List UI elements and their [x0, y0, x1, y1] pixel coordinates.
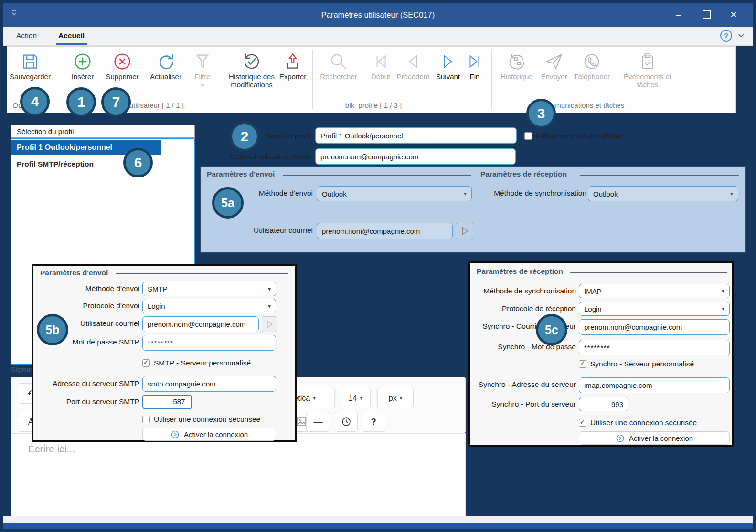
- search-button[interactable]: Rechercher: [317, 51, 361, 81]
- imap-port-input[interactable]: 993: [579, 397, 628, 411]
- callout-badge-5c: 5c: [536, 314, 567, 345]
- recent-button[interactable]: [335, 412, 358, 432]
- editor-placeholder: Écrire ici...: [28, 443, 75, 455]
- insert-label: Insérer: [65, 73, 100, 81]
- imap-custom-server-checkbox[interactable]: [579, 360, 586, 368]
- font-unit-dropdown[interactable]: px: [377, 388, 414, 408]
- imap-user-input[interactable]: prenom.nom@compagnie.com: [579, 319, 730, 335]
- communication-history-icon: [495, 51, 538, 73]
- modification-history-button[interactable]: Historique des modifications: [219, 51, 284, 89]
- last-record-label: Fin: [465, 73, 485, 81]
- send-settings-legend: Paramètres d'envoi: [207, 170, 275, 178]
- profile-name-label: Nom du profil: [215, 132, 310, 140]
- imap-port-label: Synchro - Port du serveur: [473, 400, 576, 408]
- smtp-protocol-value: Login: [148, 302, 165, 310]
- imap-server-value: imap.compagnie.com: [584, 381, 652, 389]
- email-user-input[interactable]: prenom.nom@compagnie.com: [317, 223, 453, 239]
- horizontal-rule-button[interactable]: —: [306, 412, 330, 432]
- previous-record-button[interactable]: Précédent: [394, 51, 432, 81]
- legend-rule: [116, 273, 288, 274]
- help-icon[interactable]: ?: [720, 30, 732, 42]
- smtp-password-input[interactable]: ********: [142, 335, 276, 351]
- profile-list-item[interactable]: Profil SMTP/réception: [17, 160, 94, 168]
- previous-record-label: Précédent: [394, 73, 432, 81]
- insert-icon: [65, 51, 100, 73]
- phone-button[interactable]: Téléphoner: [571, 51, 613, 81]
- imap-port-value: 993: [611, 400, 623, 408]
- first-record-button[interactable]: Début: [368, 51, 393, 81]
- imap-custom-server-label: Synchro - Serveur personnalisé: [590, 360, 694, 368]
- next-record-button[interactable]: Suivant: [433, 51, 463, 81]
- imap-method-dropdown[interactable]: IMAP: [579, 284, 730, 298]
- smtp-method-dropdown[interactable]: SMTP: [142, 282, 276, 296]
- smtp-protocol-dropdown[interactable]: Login: [142, 299, 276, 313]
- group-caption-blk-utilisateur: blk_utilisateur [ 1 / 1 ]: [78, 101, 222, 109]
- imap-activate-label: Activer la connexion: [629, 434, 693, 442]
- send-method-dropdown[interactable]: Outlook: [317, 186, 472, 201]
- paper-plane-icon: [538, 51, 570, 73]
- signature-editor[interactable]: Écrire ici...: [11, 433, 466, 516]
- default-profile-checkbox[interactable]: [524, 132, 532, 140]
- save-icon: [5, 51, 55, 73]
- smtp-server-input[interactable]: smtp.compagnie.com: [142, 376, 276, 392]
- imap-activate-connection-button[interactable]: Activer la connexion: [579, 431, 730, 445]
- smtp-port-input[interactable]: 587: [142, 395, 192, 409]
- help-editor-button[interactable]: ?: [362, 412, 385, 432]
- play-icon: [459, 226, 470, 236]
- imap-settings-popup: Paramètres de réception Méthode de synch…: [468, 261, 734, 447]
- primary-email-input[interactable]: prenom.nom@compagnie.com: [315, 148, 516, 165]
- sync-method-dropdown[interactable]: Outlook: [588, 186, 738, 201]
- profile-name-input[interactable]: Profil 1 Outlook/personnel: [315, 127, 517, 144]
- save-button[interactable]: Sauvegarder: [5, 51, 55, 81]
- filter-button[interactable]: Filtre: [190, 51, 215, 89]
- callout-badge-5a: 5a: [212, 187, 244, 219]
- phone-icon: [571, 51, 613, 73]
- imap-secure-checkbox[interactable]: [579, 419, 586, 427]
- refresh-label: Actualiser: [145, 73, 187, 81]
- smtp-activate-connection-button[interactable]: Activer la connexion: [142, 428, 276, 441]
- events-tasks-label: Évènements et tâches: [621, 73, 674, 89]
- refresh-button[interactable]: Actualiser: [145, 51, 187, 81]
- smtp-custom-server-label: SMTP - Serveur personnalisé: [154, 359, 251, 367]
- delete-button[interactable]: Supprimer: [101, 51, 144, 81]
- smtp-secure-checkbox[interactable]: [142, 416, 150, 423]
- clipboard-check-icon: [621, 51, 674, 73]
- export-label: Exporter: [276, 73, 310, 81]
- smtp-port-label: Port du serveur SMTP: [39, 397, 139, 406]
- filter-icon: [190, 51, 215, 73]
- smtp-custom-server-checkbox[interactable]: [142, 359, 150, 367]
- export-button[interactable]: Exporter: [276, 51, 310, 81]
- events-tasks-button[interactable]: Évènements et tâches: [621, 51, 674, 89]
- receive-settings-legend: Paramètres de réception: [480, 170, 567, 178]
- modification-history-label: Historique des modifications: [219, 73, 284, 89]
- tab-accueil[interactable]: Accueil: [55, 27, 87, 45]
- insert-button[interactable]: Insérer: [65, 51, 100, 81]
- callout-badge-5b: 5b: [37, 314, 68, 345]
- imap-protocol-dropdown[interactable]: Login: [579, 302, 730, 316]
- collapse-ribbon-icon[interactable]: [737, 31, 745, 41]
- imap-user-value: prenom.nom@compagnie.com: [584, 323, 682, 331]
- imap-method-value: IMAP: [584, 287, 602, 295]
- tab-action[interactable]: Action: [13, 27, 40, 45]
- active-tab-underline: [56, 43, 87, 45]
- ribbon-tab-strip: [3, 27, 753, 46]
- minimize-button[interactable]: –: [668, 3, 689, 27]
- imap-protocol-value: Login: [584, 305, 602, 313]
- refresh-icon: [145, 51, 187, 73]
- modification-history-icon: [219, 51, 284, 73]
- maximize-button[interactable]: [696, 3, 717, 27]
- smtp-user-input[interactable]: prenom.nom@compagnie.com: [142, 316, 259, 332]
- imap-server-input[interactable]: imap.compagnie.com: [579, 377, 730, 393]
- font-size-dropdown[interactable]: 14: [341, 388, 371, 408]
- smtp-server-label: Adresse du serveur SMTP: [39, 379, 139, 388]
- test-connection-button[interactable]: [456, 223, 473, 239]
- imap-password-input[interactable]: ********: [579, 340, 730, 355]
- close-button[interactable]: ✕: [723, 3, 744, 27]
- search-label: Rechercher: [317, 73, 361, 81]
- smtp-server-value: smtp.compagnie.com: [148, 380, 216, 388]
- last-record-button[interactable]: Fin: [465, 51, 485, 81]
- smtp-port-value: 587: [173, 397, 186, 407]
- send-message-button[interactable]: Envoyer: [538, 51, 570, 81]
- communication-history-button[interactable]: Historique: [495, 51, 538, 81]
- smtp-test-connection-button[interactable]: [262, 316, 277, 332]
